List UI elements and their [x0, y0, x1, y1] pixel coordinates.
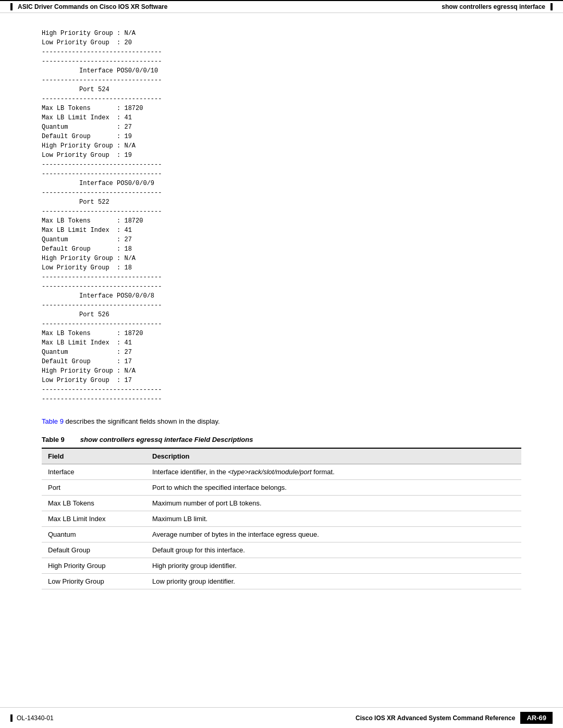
field-name: Quantum — [42, 526, 146, 542]
table-header-row: Field Description — [42, 448, 521, 464]
col-field: Field — [42, 448, 146, 464]
header-left-title: ASIC Driver Commands on Cisco IOS XR Sof… — [10, 3, 167, 10]
table-number: Table 9 — [42, 436, 65, 443]
footer-doc-title: Cisco IOS XR Advanced System Command Ref… — [356, 714, 515, 722]
page-footer: OL-14340-01 Cisco IOS XR Advanced System… — [0, 707, 563, 728]
field-name: Interface — [42, 464, 146, 479]
table-row: Max LB TokensMaximum number of port LB t… — [42, 495, 521, 511]
footer-page-number: AR-69 — [520, 712, 553, 724]
footer-right: Cisco IOS XR Advanced System Command Ref… — [356, 712, 553, 724]
table-row: Low Priority GroupLow priority group ide… — [42, 573, 521, 589]
code-block: High Priority Group : N/A Low Priority G… — [42, 29, 521, 404]
table-row: PortPort to which the specified interfac… — [42, 479, 521, 495]
page-header: ASIC Driver Commands on Cisco IOS XR Sof… — [0, 0, 563, 13]
field-description: Average number of bytes in the interface… — [146, 526, 521, 542]
field-description: Port to which the specified interface be… — [146, 479, 521, 495]
table-link[interactable]: Table 9 — [42, 417, 64, 425]
field-name: High Priority Group — [42, 558, 146, 573]
header-right-title: show controllers egressq interface — [442, 3, 553, 10]
footer-doc-number: OL-14340-01 — [10, 714, 54, 722]
table-row: QuantumAverage number of bytes in the in… — [42, 526, 521, 542]
table-row: High Priority GroupHigh priority group i… — [42, 558, 521, 573]
field-description: Low priority group identifier. — [146, 573, 521, 589]
main-content: High Priority Group : N/A Low Priority G… — [0, 13, 563, 636]
field-name: Max LB Limit Index — [42, 511, 146, 526]
table-row: Max LB Limit IndexMaximum LB limit. — [42, 511, 521, 526]
table-description: Table 9 describes the significant fields… — [42, 416, 521, 427]
table-row: InterfaceInterface identifier, in the <t… — [42, 464, 521, 479]
field-description: Maximum LB limit. — [146, 511, 521, 526]
field-description: High priority group identifier. — [146, 558, 521, 573]
table-desc-suffix: describes the significant fields shown i… — [64, 417, 220, 425]
field-name: Port — [42, 479, 146, 495]
table-caption-row: Table 9 show controllers egressq interfa… — [42, 436, 521, 443]
field-descriptions-table: Field Description InterfaceInterface ide… — [42, 448, 521, 589]
field-name: Default Group — [42, 542, 146, 558]
field-name: Low Priority Group — [42, 573, 146, 589]
field-description: Interface identifier, in the <type>rack/… — [146, 464, 521, 479]
field-description: Default group for this interface. — [146, 542, 521, 558]
field-name: Max LB Tokens — [42, 495, 146, 511]
table-title: show controllers egressq interface Field… — [80, 436, 253, 443]
table-row: Default GroupDefault group for this inte… — [42, 542, 521, 558]
field-description: Maximum number of port LB tokens. — [146, 495, 521, 511]
col-description: Description — [146, 448, 521, 464]
